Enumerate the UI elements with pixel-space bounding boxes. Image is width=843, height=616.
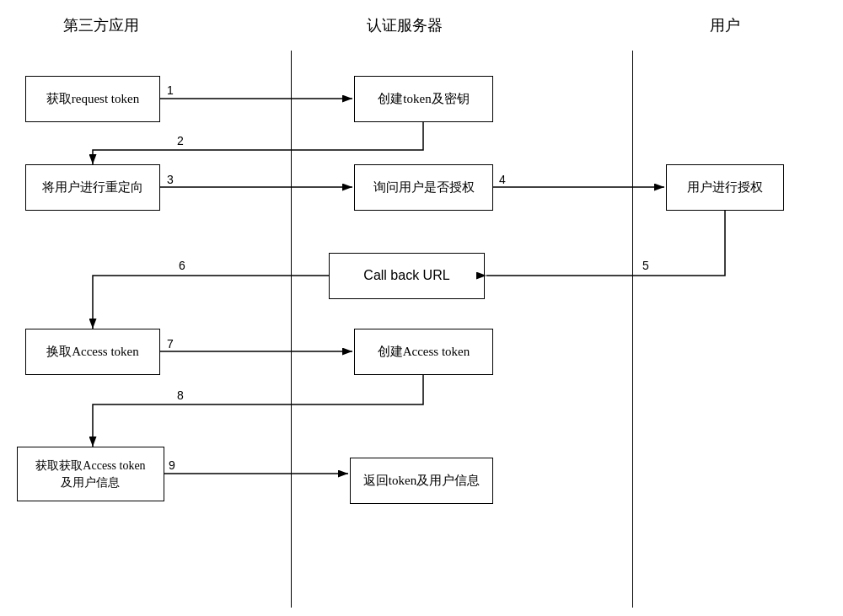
box-ask-auth: 询问用户是否授权 (354, 164, 493, 211)
box-get-request-token: 获取request token (25, 76, 160, 122)
diagram: 第三方应用 认证服务器 用户 获取request token 创建token及密… (0, 0, 843, 616)
svg-text:6: 6 (179, 259, 185, 272)
box-return-token-info: 返回token及用户信息 (350, 458, 493, 504)
svg-text:1: 1 (167, 83, 174, 97)
box-create-token-key: 创建token及密钥 (354, 76, 493, 122)
col2-header: 认证服务器 (312, 15, 497, 35)
svg-text:3: 3 (167, 173, 174, 186)
col1-header: 第三方应用 (25, 15, 177, 35)
box-redirect-user: 将用户进行重定向 (25, 164, 160, 211)
box-user-auth: 用户进行授权 (666, 164, 784, 211)
box-exchange-access-token: 换取Access token (25, 329, 160, 375)
svg-text:5: 5 (642, 259, 649, 272)
vline1 (291, 51, 292, 608)
box-get-access-token-info: 获取获取Access token 及用户信息 (17, 447, 164, 501)
col3-header: 用户 (658, 15, 792, 35)
box-callback-url: Call back URL (329, 253, 485, 299)
svg-text:2: 2 (177, 134, 184, 147)
vline2 (632, 51, 633, 608)
svg-text:4: 4 (499, 173, 506, 186)
svg-text:9: 9 (169, 458, 175, 472)
box-create-access-token: 创建Access token (354, 329, 493, 375)
svg-text:7: 7 (167, 337, 174, 351)
svg-text:8: 8 (177, 388, 184, 402)
